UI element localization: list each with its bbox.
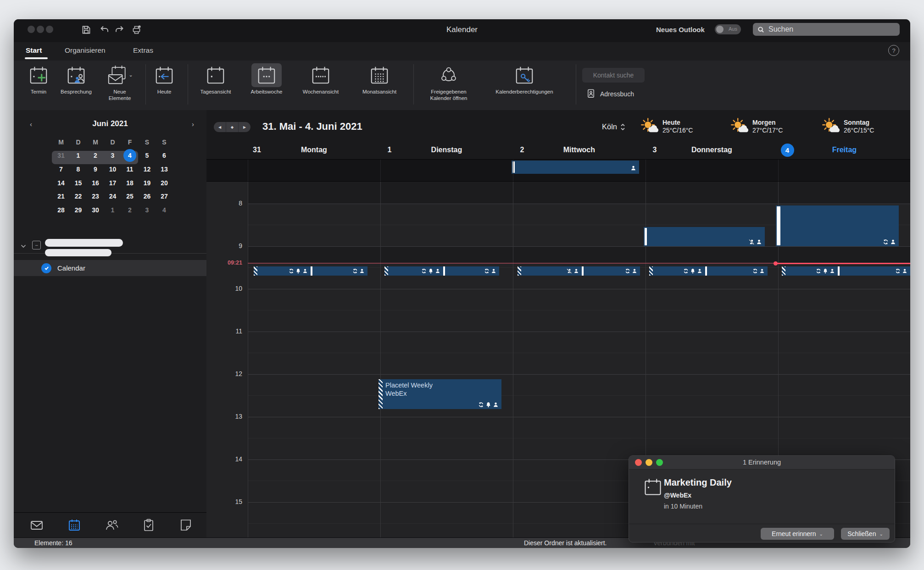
recurring-event[interactable] — [582, 266, 640, 276]
minical-day[interactable]: 1 — [104, 206, 122, 214]
day-name[interactable]: Freitag — [807, 146, 881, 154]
search-input[interactable]: Suchen — [753, 23, 900, 36]
day-name[interactable]: Dienstag — [410, 146, 483, 154]
minical-day[interactable]: 12 — [139, 166, 156, 173]
recurrence-icon — [352, 268, 358, 274]
besprechung-button[interactable]: Besprechung — [51, 63, 101, 95]
minical-day[interactable]: 17 — [104, 179, 122, 187]
minical-day[interactable]: 31 — [52, 152, 70, 159]
recurring-event[interactable] — [311, 266, 367, 276]
recurring-event[interactable] — [649, 266, 705, 276]
minical-day[interactable]: 26 — [139, 193, 156, 200]
minical-day[interactable]: 25 — [121, 193, 139, 200]
freigegebenen-kalender-button[interactable]: Freigegebenen Kalender öffnen — [419, 63, 479, 101]
recurring-event[interactable] — [782, 266, 838, 276]
minical-day[interactable]: 2 — [121, 206, 139, 214]
minical-day[interactable]: 28 — [52, 206, 70, 214]
sidebar-item-calendar[interactable]: Calendar — [14, 260, 206, 276]
weather-city-selector[interactable]: Köln — [602, 122, 625, 131]
minical-day[interactable]: 15 — [70, 179, 87, 187]
kalenderberechtigungen-button[interactable]: Kalenderberechtigungen — [490, 63, 559, 95]
help-button[interactable]: ? — [888, 45, 899, 56]
prev-week-button[interactable]: ◀ — [214, 122, 226, 132]
minical-day[interactable]: 21 — [52, 193, 70, 200]
day-number[interactable]: 3 — [646, 146, 664, 154]
day-number-today[interactable]: 4 — [781, 144, 794, 157]
goto-today-button[interactable]: ◆ — [226, 122, 238, 132]
collapse-account-button[interactable]: − — [32, 241, 41, 249]
new-outlook-toggle[interactable]: Aus — [715, 24, 741, 34]
neue-elemente-button[interactable]: ⌄ Neue Elemente — [99, 63, 140, 101]
account-chevron-icon[interactable] — [20, 243, 27, 249]
recurring-event[interactable] — [384, 266, 443, 276]
minical-day[interactable]: 16 — [87, 179, 104, 187]
minical-day[interactable]: 22 — [70, 193, 87, 200]
tagesansicht-button[interactable]: Tagesansicht — [190, 63, 241, 95]
minical-day[interactable]: 13 — [156, 166, 173, 173]
minical-day[interactable]: 19 — [139, 179, 156, 187]
minical-day[interactable]: 18 — [121, 179, 139, 187]
recurring-event[interactable] — [254, 266, 311, 276]
minical-day[interactable]: 29 — [70, 206, 87, 214]
recurrence-icon — [895, 268, 901, 274]
minical-day[interactable]: 4 — [156, 206, 173, 214]
day-number[interactable]: 31 — [248, 146, 266, 154]
person-icon — [359, 268, 365, 274]
day-name[interactable]: Donnerstag — [675, 146, 748, 154]
minical-day[interactable]: 10 — [104, 166, 122, 173]
minical-selected-day[interactable]: 4 — [123, 149, 136, 162]
minical-day[interactable]: 1 — [70, 152, 87, 159]
minical-day[interactable]: 2 — [87, 152, 104, 159]
minical-day[interactable]: 24 — [104, 193, 122, 200]
minical-next-button[interactable]: › — [192, 120, 199, 127]
month-view-icon — [369, 65, 390, 86]
placetel-weekly-event[interactable]: Placetel WeeklyWebEx — [379, 379, 501, 409]
calendar-permissions-icon — [514, 65, 535, 86]
tab-organisieren[interactable]: Organisieren — [65, 46, 106, 55]
minical-day[interactable]: 3 — [104, 152, 122, 159]
tentative-hatch-bar — [518, 266, 521, 276]
tasks-module-button[interactable] — [142, 518, 156, 532]
mail-module-button[interactable] — [30, 518, 44, 532]
calendar-checkbox[interactable] — [41, 263, 51, 273]
calendar-module-button[interactable] — [67, 518, 81, 532]
day-number[interactable]: 2 — [513, 146, 531, 154]
recurring-event[interactable] — [705, 266, 768, 276]
minical-day[interactable]: 5 — [139, 152, 156, 159]
minical-day[interactable]: 9 — [87, 166, 104, 173]
kontakt-suche-field[interactable]: Kontakt suche — [582, 68, 645, 83]
minical-day[interactable]: 6 — [156, 152, 173, 159]
minical-day[interactable]: 3 — [139, 206, 156, 214]
heute-button[interactable]: Heute — [139, 63, 189, 95]
day-name[interactable]: Montag — [277, 146, 351, 154]
minical-day[interactable]: 14 — [52, 179, 70, 187]
recurring-event[interactable] — [518, 266, 582, 276]
minical-day[interactable]: 20 — [156, 179, 173, 187]
minical-day[interactable]: 27 — [156, 193, 173, 200]
wochenansicht-button[interactable]: Wochenansicht — [295, 63, 346, 95]
monatsansicht-button[interactable]: Monatsansicht — [354, 63, 405, 95]
thursday-morning-event[interactable] — [644, 227, 765, 246]
next-week-button[interactable]: ▶ — [238, 122, 250, 132]
friday-morning-event[interactable] — [776, 205, 899, 246]
arbeitswoche-button[interactable]: Arbeitswoche — [241, 63, 292, 95]
snooze-button[interactable]: Erneut erinnern⌄ — [761, 528, 834, 540]
recurring-event[interactable] — [838, 266, 910, 276]
day-name[interactable]: Mittwoch — [542, 146, 616, 154]
people-module-button[interactable] — [105, 518, 119, 532]
dismiss-button[interactable]: Schließen⌄ — [841, 528, 890, 540]
all-day-event[interactable] — [512, 160, 639, 174]
tentative-hatch-bar — [379, 379, 383, 409]
minical-dow-label: M — [87, 138, 104, 146]
adressbuch-button[interactable]: Adressbuch — [586, 89, 634, 99]
minical-day[interactable]: 8 — [70, 166, 87, 173]
minical-day[interactable]: 7 — [52, 166, 70, 173]
tab-extras[interactable]: Extras — [133, 46, 153, 55]
notes-module-button[interactable] — [179, 518, 193, 532]
tab-start[interactable]: Start — [26, 46, 42, 55]
minical-day[interactable]: 23 — [87, 193, 104, 200]
day-number[interactable]: 1 — [380, 146, 399, 154]
recurring-event[interactable] — [443, 266, 499, 276]
minical-day[interactable]: 30 — [87, 206, 104, 214]
minical-day[interactable]: 11 — [121, 166, 139, 173]
